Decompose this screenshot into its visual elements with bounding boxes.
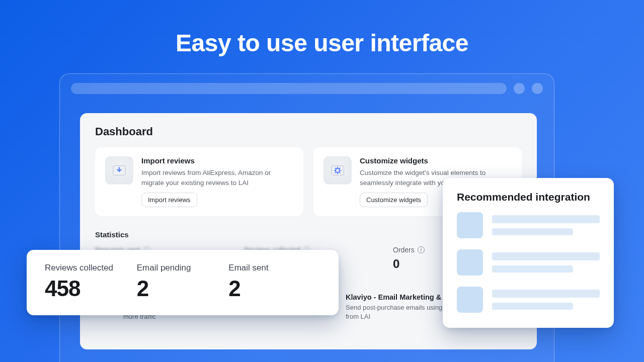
placeholder-line (492, 303, 573, 310)
placeholder-line (492, 265, 573, 273)
kpi-email-pending: Email pending 2 (137, 263, 229, 301)
kpi-reviews-collected: Reviews collected 458 (45, 263, 137, 301)
import-reviews-card: Import reviews Import reviews from AliEx… (95, 147, 303, 216)
card-desc: Import reviews from AliExpress, Amazon o… (141, 168, 293, 188)
placeholder-line (492, 215, 600, 223)
stat-label: Orders (393, 246, 415, 254)
kpi-label: Reviews collected (45, 263, 137, 273)
placeholder-thumb-icon (457, 249, 483, 276)
kpi-value: 2 (228, 276, 320, 301)
window-dot (532, 83, 543, 94)
info-icon[interactable]: i (418, 246, 425, 253)
settings-widget-icon (324, 156, 352, 185)
recommended-item[interactable] (457, 287, 600, 313)
placeholder-line (492, 228, 573, 235)
kpi-value: 458 (45, 276, 137, 301)
placeholder-thumb-icon (457, 212, 483, 238)
page-headline: Easy to use user interface (0, 0, 644, 57)
recommended-title: Recommended integration (457, 191, 600, 203)
window-dot (514, 83, 525, 94)
kpi-label: Email pending (137, 263, 229, 273)
kpi-float-card: Reviews collected 458 Email pending 2 Em… (27, 250, 339, 315)
recommended-integration-card: Recommended integration (443, 178, 614, 328)
card-title: Import reviews (141, 156, 293, 165)
dashboard-title: Dashboard (95, 125, 522, 138)
browser-toolbar (60, 74, 554, 94)
placeholder-line (492, 252, 600, 260)
recommended-item[interactable] (457, 249, 600, 276)
address-bar[interactable] (71, 83, 507, 94)
placeholder-thumb-icon (457, 287, 483, 313)
kpi-value: 2 (137, 276, 229, 301)
download-icon (105, 156, 133, 185)
kpi-email-sent: Email sent 2 (228, 263, 320, 301)
recommended-item[interactable] (457, 212, 600, 238)
kpi-label: Email sent (228, 263, 320, 273)
placeholder-line (492, 290, 600, 298)
import-reviews-button[interactable]: Import reviews (141, 193, 197, 207)
card-title: Customize widgets (360, 156, 512, 165)
customize-widgets-button[interactable]: Customize widgets (360, 193, 428, 207)
